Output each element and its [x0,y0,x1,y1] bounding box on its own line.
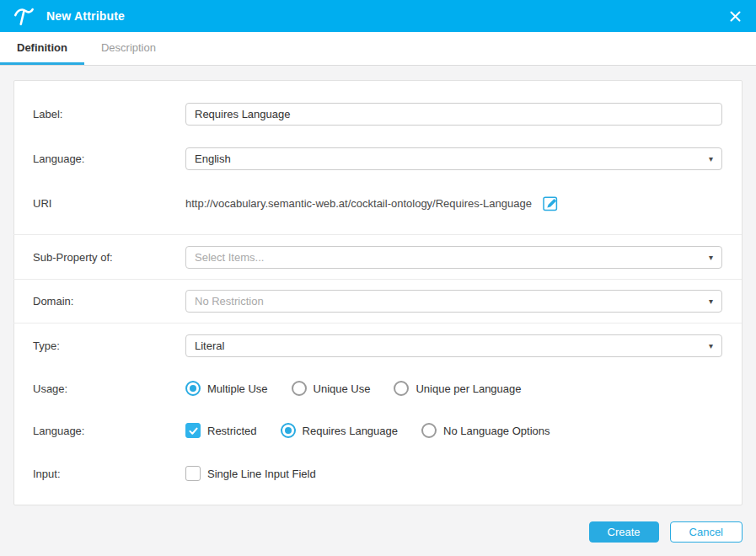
field-row-sub-property: Sub-Property of: Select Items... ▾ [33,246,722,269]
create-button[interactable]: Create [589,521,659,543]
type-select[interactable]: Literal ▾ [185,334,722,357]
edit-uri-icon[interactable] [543,195,559,211]
radio-label: Unique Use [314,382,371,395]
checkbox-single-line-input[interactable]: Single Line Input Field [185,466,316,481]
language-select[interactable]: English ▾ [185,147,722,170]
field-row-language: Language: English ▾ [33,147,722,170]
radio-icon [394,381,409,396]
cancel-button[interactable]: Cancel [670,521,743,543]
usage-field-label: Usage: [33,382,185,395]
radio-icon [185,381,201,396]
radio-label: No Language Options [443,425,550,437]
radio-unique-use[interactable]: Unique Use [292,381,371,396]
chevron-down-icon: ▾ [709,297,713,306]
section-divider [13,323,742,323]
poolparty-logo-icon [13,5,35,27]
close-icon[interactable] [727,8,743,24]
sub-property-field-label: Sub-Property of: [33,251,185,264]
checkbox-icon [185,423,201,438]
dialog-body: Label: Language: English ▾ URI http://vo… [0,66,756,556]
sub-property-select-placeholder: Select Items... [195,251,264,264]
radio-icon [281,423,296,438]
dialog-title: New Attribute [46,9,125,23]
radio-icon [421,423,437,438]
checkbox-icon [185,466,201,481]
field-row-domain: Domain: No Restriction ▾ [33,290,722,313]
field-row-type: Type: Literal ▾ [33,334,722,357]
radio-multiple-use[interactable]: Multiple Use [185,381,268,396]
tab-definition[interactable]: Definition [0,32,84,65]
form-card: Label: Language: English ▾ URI http://vo… [13,80,743,505]
field-row-usage: Usage: Multiple Use Unique Use Unique pe… [33,381,722,396]
new-attribute-dialog: New Attribute Definition Description Lab… [0,0,756,556]
checkbox-label: Single Line Input Field [207,468,316,480]
field-row-uri: URI http://vocabulary.semantic-web.at/co… [33,195,722,211]
radio-no-language-options[interactable]: No Language Options [421,423,550,438]
radio-unique-per-language[interactable]: Unique per Language [394,381,521,396]
dialog-footer: Create Cancel [13,505,743,543]
tab-description[interactable]: Description [84,32,173,65]
field-row-language-options: Language: Restricted Requires Language [33,423,722,438]
type-field-label: Type: [33,339,185,352]
dialog-header: New Attribute [0,0,756,32]
type-select-value: Literal [195,339,224,352]
chevron-down-icon: ▾ [709,155,713,163]
sub-property-select[interactable]: Select Items... ▾ [185,246,722,269]
language-options-field-label: Language: [33,425,185,437]
language-select-value: English [195,152,231,165]
checkbox-restricted[interactable]: Restricted [185,423,257,438]
label-input[interactable] [185,103,722,126]
radio-label: Requires Language [303,425,398,437]
uri-field-label: URI [33,197,185,210]
uri-value: http://vocabulary.semantic-web.at/cockta… [185,197,532,210]
section-divider [13,234,742,235]
chevron-down-icon: ▾ [709,254,713,262]
checkbox-label: Restricted [207,425,257,437]
radio-icon [292,381,307,396]
field-row-label: Label: [33,103,722,126]
domain-select-placeholder: No Restriction [195,295,264,307]
radio-label: Unique per Language [416,382,521,395]
field-row-input: Input: Single Line Input Field [33,466,722,481]
radio-label: Multiple Use [207,382,268,395]
language-field-label: Language: [33,152,185,165]
domain-field-label: Domain: [33,295,185,307]
domain-select[interactable]: No Restriction ▾ [185,290,722,313]
input-field-label: Input: [33,468,185,480]
chevron-down-icon: ▾ [709,342,713,350]
tab-bar: Definition Description [0,32,756,66]
section-divider [13,279,742,280]
label-field-label: Label: [33,108,185,120]
radio-requires-language[interactable]: Requires Language [281,423,398,438]
